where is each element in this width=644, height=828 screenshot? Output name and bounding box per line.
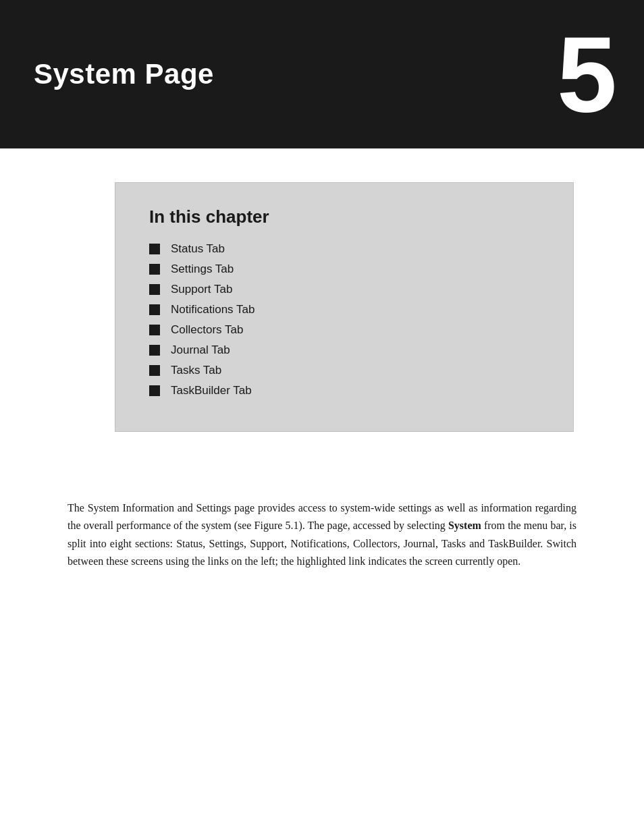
chapter-box: In this chapter Status TabSettings TabSu… — [115, 182, 574, 432]
chapter-list: Status TabSettings TabSupport TabNotific… — [149, 242, 546, 397]
list-item-label: Settings Tab — [171, 263, 234, 276]
list-item: Tasks Tab — [149, 364, 546, 377]
bullet-icon — [149, 304, 160, 315]
bullet-icon — [149, 385, 160, 396]
list-item: Journal Tab — [149, 343, 546, 357]
list-item-label: Notifications Tab — [171, 303, 254, 316]
bullet-icon — [149, 284, 160, 295]
list-item: Collectors Tab — [149, 323, 546, 337]
bullet-icon — [149, 325, 160, 335]
list-item: TaskBuilder Tab — [149, 384, 546, 397]
bullet-icon — [149, 244, 160, 254]
list-item-label: Journal Tab — [171, 343, 230, 357]
body-text-paragraph: The System Information and Settings page… — [68, 499, 576, 571]
bullet-icon — [149, 345, 160, 356]
list-item: Notifications Tab — [149, 303, 546, 316]
chapter-box-heading: In this chapter — [149, 206, 546, 227]
bullet-icon — [149, 365, 160, 376]
list-item-label: TaskBuilder Tab — [171, 384, 252, 397]
chapter-number: 5 — [557, 20, 617, 128]
main-content: In this chapter Status TabSettings TabSu… — [0, 148, 644, 605]
list-item-label: Tasks Tab — [171, 364, 221, 377]
page-title: System Page — [34, 58, 214, 90]
list-item-label: Collectors Tab — [171, 323, 243, 337]
body-paragraph: The System Information and Settings page… — [68, 499, 576, 571]
list-item-label: Support Tab — [171, 283, 232, 296]
list-item: Settings Tab — [149, 263, 546, 276]
list-item-label: Status Tab — [171, 242, 225, 256]
list-item: Support Tab — [149, 283, 546, 296]
body-text-bold: System — [448, 520, 481, 531]
list-item: Status Tab — [149, 242, 546, 256]
bullet-icon — [149, 264, 160, 275]
page-header: System Page 5 — [0, 0, 644, 148]
